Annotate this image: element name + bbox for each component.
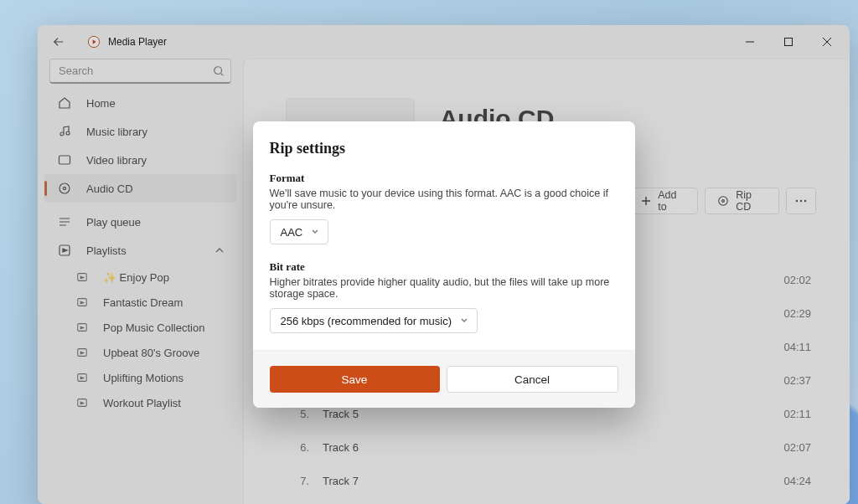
cancel-button[interactable]: Cancel <box>447 366 618 393</box>
bitrate-label: Bit rate <box>270 260 618 275</box>
format-select[interactable]: AAC <box>270 219 329 244</box>
save-button[interactable]: Save <box>270 366 440 393</box>
bitrate-help: Higher bitrates provide higher quality a… <box>270 276 618 300</box>
select-value: AAC <box>281 226 303 239</box>
rip-settings-dialog: Rip settings Format We'll save music to … <box>253 121 635 409</box>
format-help: We'll save music to your device using th… <box>270 188 618 211</box>
app-window: Media Player Home <box>38 25 850 504</box>
button-label: Cancel <box>514 373 550 386</box>
chevron-down-icon <box>460 316 468 325</box>
select-value: 256 kbps (recommended for music) <box>281 315 452 327</box>
format-label: Format <box>270 171 618 186</box>
bitrate-select[interactable]: 256 kbps (recommended for music) <box>270 308 478 333</box>
content-area: Audio CD Unknown artist 10 tracks • 29:2… <box>243 59 850 504</box>
button-label: Save <box>342 373 368 386</box>
dialog-title: Rip settings <box>270 138 618 159</box>
chevron-down-icon <box>311 228 319 236</box>
modal-backdrop: Rip settings Format We'll save music to … <box>243 59 850 504</box>
